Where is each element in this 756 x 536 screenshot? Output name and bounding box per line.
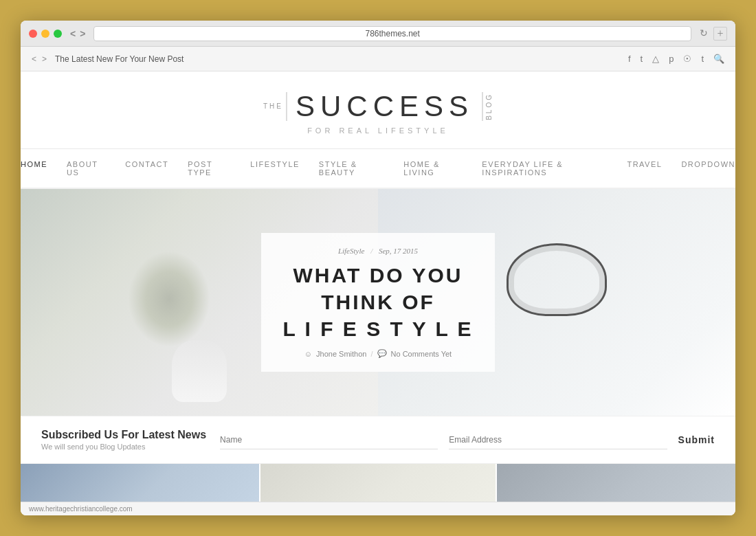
thumbnail-1[interactable] (21, 464, 259, 502)
logo-container: THE SUCCESS BLOG (21, 92, 735, 121)
nav-post-type[interactable]: POST TYPE (188, 160, 231, 177)
back-button[interactable]: < (70, 28, 76, 39)
instagram-icon[interactable]: △ (652, 54, 659, 64)
browser-nav: < > (70, 28, 85, 39)
article-overlay: LifeStyle / Sep, 17 2015 WHAT DO YOU THI… (261, 233, 495, 372)
toolbar-social: f t △ p ☉ t 🔍 (628, 54, 724, 64)
maximize-button[interactable] (54, 30, 62, 38)
logo-success: SUCCESS (286, 92, 483, 121)
newsletter-text: Subscribed Us For Latest News We will se… (41, 429, 206, 451)
thumbnails-section (21, 464, 735, 502)
logo-the: THE (263, 103, 283, 110)
newsletter-subtitle: We will send you Blog Updates (41, 443, 206, 451)
status-url: www.heritagechristiancollege.com (29, 505, 133, 513)
nav-home-living[interactable]: HOME & LIVING (403, 160, 463, 177)
author-name: Jhone Smithon (316, 350, 366, 358)
nav-style-beauty[interactable]: STYLE & BEAUTY (319, 160, 385, 177)
newsletter-email-input[interactable] (449, 431, 667, 449)
tumblr-icon[interactable]: t (701, 54, 704, 64)
address-bar[interactable]: 786themes.net (93, 26, 691, 41)
traffic-lights (29, 30, 62, 38)
nav-dropdown[interactable]: DROPDOWN (681, 160, 735, 177)
nav-home[interactable]: HOME (21, 160, 47, 177)
toolbar-nav: < > (32, 54, 47, 64)
comments-icon: 💬 (377, 349, 387, 358)
toolbar-title: The Latest New For Your New Post (55, 54, 628, 64)
page-content: THE SUCCESS BLOG For Real LifeStyle HOME… (21, 71, 735, 502)
refresh-button[interactable]: ↻ (700, 27, 708, 39)
google-icon[interactable]: ☉ (683, 54, 691, 64)
forward-button[interactable]: > (80, 28, 85, 39)
browser-toolbar: < > The Latest New For Your New Post f t… (21, 47, 735, 71)
minimize-button[interactable] (41, 30, 49, 38)
newsletter-form: Submit (220, 431, 715, 449)
hero-section: LifeStyle / Sep, 17 2015 WHAT DO YOU THI… (21, 189, 735, 416)
newsletter-name-input[interactable] (220, 431, 438, 449)
article-category: LifeStyle / Sep, 17 2015 (282, 247, 474, 255)
browser-window: < > 786themes.net ↻ + < > The Latest New… (21, 21, 735, 515)
toolbar-back[interactable]: < (32, 54, 36, 64)
facebook-icon[interactable]: f (628, 54, 631, 64)
newsletter-submit-button[interactable]: Submit (678, 434, 715, 445)
twitter-icon[interactable]: t (641, 54, 643, 64)
article-meta: ☺ Jhone Smithon / 💬 No Comments Yet (282, 349, 474, 358)
article-title: WHAT DO YOU THINK OF L I F E S T Y L E (282, 262, 474, 342)
site-tagline: For Real LifeStyle (21, 126, 735, 135)
close-button[interactable] (29, 30, 37, 38)
browser-chrome: < > 786themes.net ↻ + (21, 21, 735, 47)
nav-about[interactable]: ABOUT US (67, 160, 106, 177)
nav-lifestyle[interactable]: LIFESTYLE (250, 160, 300, 177)
nav-contact[interactable]: CONTACT (125, 160, 168, 177)
author-icon: ☺ (304, 350, 312, 358)
newsletter-title: Subscribed Us For Latest News (41, 429, 206, 441)
site-header: THE SUCCESS BLOG For Real LifeStyle (21, 71, 735, 149)
new-tab-button[interactable]: + (713, 27, 727, 41)
status-bar: www.heritagechristiancollege.com (21, 502, 735, 515)
search-icon[interactable]: 🔍 (713, 54, 724, 64)
url-text: 786themes.net (365, 29, 419, 38)
logo-blog: BLOG (486, 93, 493, 120)
nav-everyday-life[interactable]: EVERYDAY LIFE & INSPIRATIONS (482, 160, 608, 177)
thumbnail-2[interactable] (259, 464, 498, 502)
nav-travel[interactable]: TRAVEL (627, 160, 662, 177)
thumbnail-3[interactable] (497, 464, 735, 502)
comments-link[interactable]: No Comments Yet (391, 350, 452, 358)
newsletter-section: Subscribed Us For Latest News We will se… (21, 416, 735, 464)
pinterest-icon[interactable]: p (669, 54, 674, 64)
toolbar-forward[interactable]: > (42, 54, 47, 64)
site-nav: HOME ABOUT US CONTACT POST TYPE LIFESTYL… (21, 149, 735, 189)
browser-actions: ↻ + (700, 27, 727, 41)
